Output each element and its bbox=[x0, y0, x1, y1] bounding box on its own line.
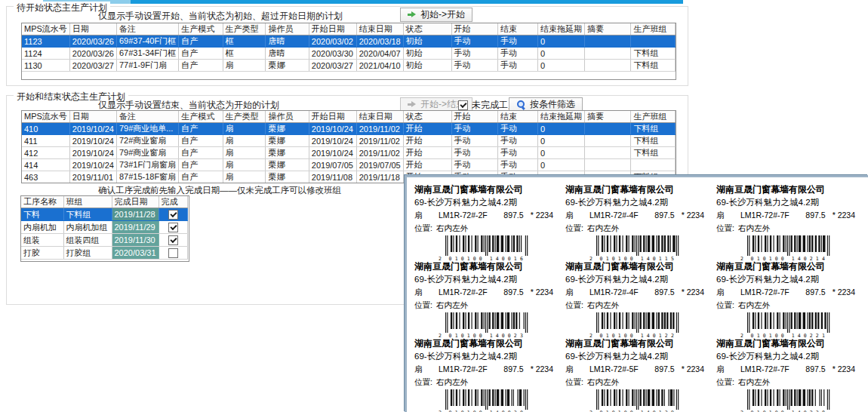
table-row[interactable]: 打胶打胶组2020/03/31 bbox=[21, 247, 187, 260]
column-header[interactable]: 操作员 bbox=[266, 23, 309, 35]
table-row[interactable]: 11302020/03/2777#1-9F门扇自产扇栗娜2020/03/2720… bbox=[22, 60, 676, 72]
table-cell[interactable]: 栗娜 bbox=[266, 123, 309, 135]
table-cell[interactable]: 79#商业地单... bbox=[116, 123, 178, 135]
column-header[interactable]: 结束 bbox=[498, 111, 538, 123]
column-header[interactable]: 结束日期 bbox=[356, 23, 403, 35]
process-completion-table[interactable]: 工序名称班组完成日期完成下料下料组2019/11/28内扇机加内扇机加组2019… bbox=[20, 195, 189, 262]
table-cell[interactable]: 手动 bbox=[498, 147, 538, 159]
table-cell[interactable]: 2019/11/30 bbox=[112, 234, 159, 247]
table-cell[interactable]: 73#1F门扇窗扇 bbox=[116, 159, 178, 171]
table-cell[interactable]: 手动 bbox=[451, 48, 497, 60]
table-cell[interactable]: 463 bbox=[22, 171, 69, 183]
table-cell[interactable]: 2019/11/08 bbox=[69, 183, 116, 184]
active-plans-table[interactable]: MPS流水号日期备注生产模式生产类型操作员开始日期结束日期状态开始结束结束拖延期… bbox=[21, 110, 676, 183]
table-row[interactable]: 4122019/10/2479#商业窗扇自产扇栗娜2019/10/242019/… bbox=[22, 147, 676, 159]
table-cell[interactable]: 2020/04/07 bbox=[356, 48, 403, 60]
table-row[interactable]: 11232020/03/2669#37-40F门框自产框唐晴2020/03/02… bbox=[22, 35, 676, 48]
table-cell[interactable]: 0 bbox=[538, 159, 585, 171]
table-cell[interactable]: 初始 bbox=[403, 35, 451, 48]
table-cell[interactable]: 下料组 bbox=[631, 135, 676, 147]
table-cell[interactable]: 2020/03/02 bbox=[309, 35, 356, 48]
table-cell[interactable]: 2021/04/10 bbox=[356, 60, 403, 72]
table-cell[interactable]: 2019/10/24 bbox=[309, 123, 356, 135]
table-cell[interactable]: 2019/11/08 bbox=[309, 183, 356, 184]
table-cell[interactable]: 2019/07/05 bbox=[356, 159, 403, 171]
column-header[interactable]: 摘要 bbox=[585, 23, 631, 35]
table-cell[interactable]: 414 bbox=[22, 159, 69, 171]
table-cell[interactable]: 0 bbox=[538, 60, 585, 72]
table-cell[interactable]: 组装 bbox=[21, 234, 63, 247]
table-cell[interactable]: 2020/03/26 bbox=[69, 35, 116, 48]
table-cell[interactable]: 2019/11/01 bbox=[69, 171, 116, 183]
table-cell[interactable]: 开始 bbox=[403, 135, 451, 147]
table-cell[interactable]: 自产 bbox=[179, 171, 223, 183]
column-header[interactable]: 生产模式 bbox=[179, 23, 223, 35]
table-cell[interactable]: 1123 bbox=[22, 35, 69, 48]
completion-checkbox[interactable] bbox=[168, 210, 178, 220]
table-cell[interactable]: 扇 bbox=[223, 135, 266, 147]
column-header[interactable]: 开始日期 bbox=[309, 23, 356, 35]
table-cell[interactable]: 栗娜 bbox=[266, 159, 309, 171]
table-cell[interactable] bbox=[585, 147, 631, 159]
table-cell[interactable]: 内扇机加 bbox=[21, 221, 63, 234]
column-header[interactable]: 备注 bbox=[116, 23, 178, 35]
column-header[interactable]: 结束拖延期 bbox=[538, 111, 585, 123]
table-cell[interactable]: 2019/10/24 bbox=[69, 123, 116, 135]
table-cell[interactable]: 手动 bbox=[498, 35, 538, 48]
table-cell[interactable]: 手动 bbox=[451, 147, 497, 159]
table-cell[interactable]: 2019/11/02 bbox=[356, 123, 403, 135]
table-cell[interactable]: 开始 bbox=[403, 159, 451, 171]
completion-checkbox[interactable] bbox=[168, 235, 178, 245]
table-cell[interactable]: 下料 bbox=[21, 208, 63, 221]
column-header[interactable]: 备注 bbox=[116, 111, 178, 123]
table-cell[interactable]: 开始 bbox=[403, 123, 451, 135]
column-header[interactable]: 生产班组 bbox=[631, 23, 676, 35]
table-cell[interactable]: 2019/11/18 bbox=[356, 171, 403, 183]
table-cell[interactable]: 扇 bbox=[223, 123, 266, 135]
table-cell[interactable]: 72#商业窗扇 bbox=[116, 135, 178, 147]
table-cell[interactable]: 2019/10/24 bbox=[309, 147, 356, 159]
table-cell[interactable]: 2020/03/30 bbox=[309, 48, 356, 60]
table-row[interactable]: 4112019/10/2472#商业窗扇自产扇栗娜2019/10/242019/… bbox=[22, 135, 676, 147]
table-cell[interactable]: 手动 bbox=[451, 123, 497, 135]
table-cell[interactable]: 打胶组 bbox=[63, 247, 112, 260]
table-cell[interactable]: 栗娜 bbox=[266, 183, 309, 184]
table-cell[interactable]: 自产 bbox=[179, 35, 223, 48]
table-cell[interactable]: 2019/11/02 bbox=[356, 147, 403, 159]
table-cell[interactable]: 扇 bbox=[223, 171, 266, 183]
table-cell[interactable]: 410 bbox=[22, 123, 69, 135]
table-cell[interactable]: 开始 bbox=[403, 147, 451, 159]
table-row[interactable]: 下料下料组2019/11/28 bbox=[21, 208, 187, 221]
table-cell[interactable]: 手动 bbox=[451, 60, 497, 72]
table-cell[interactable]: 手动 bbox=[498, 135, 538, 147]
table-cell[interactable]: 下料组 bbox=[631, 147, 676, 159]
table-row[interactable]: 组装组装四组2019/11/30 bbox=[21, 234, 187, 247]
table-cell[interactable]: 2019/11/08 bbox=[309, 171, 356, 183]
table-cell[interactable]: 2019/07/05 bbox=[309, 159, 356, 171]
table-cell[interactable]: 下料组 bbox=[631, 48, 676, 60]
table-cell[interactable]: 初始 bbox=[403, 60, 451, 72]
table-cell[interactable]: 组装四组 bbox=[63, 234, 112, 247]
column-header[interactable]: 生产班组 bbox=[631, 111, 676, 123]
table-cell[interactable]: 栗娜 bbox=[266, 171, 309, 183]
column-header[interactable]: 完成 bbox=[159, 196, 187, 208]
column-header[interactable]: 结束拖延期 bbox=[538, 23, 585, 35]
table-cell[interactable]: 自产 bbox=[179, 60, 223, 72]
table-cell[interactable]: 下料组 bbox=[631, 123, 676, 135]
table-cell[interactable]: 手动 bbox=[498, 159, 538, 171]
table-cell[interactable]: 87#15-18F窗扇 bbox=[116, 171, 178, 183]
column-header[interactable]: 状态 bbox=[403, 111, 451, 123]
table-cell[interactable]: 扇 bbox=[223, 147, 266, 159]
table-cell[interactable] bbox=[585, 35, 631, 48]
column-header[interactable]: 开始 bbox=[451, 23, 497, 35]
table-cell[interactable]: 栗娜 bbox=[266, 147, 309, 159]
table-cell[interactable]: 0 bbox=[538, 48, 585, 60]
table-cell[interactable]: 扇 bbox=[223, 183, 266, 184]
table-cell[interactable]: 0 bbox=[538, 135, 585, 147]
column-header[interactable]: 开始日期 bbox=[309, 111, 356, 123]
table-cell[interactable] bbox=[631, 35, 676, 48]
table-cell[interactable] bbox=[631, 159, 676, 171]
table-cell[interactable] bbox=[585, 159, 631, 171]
pending-plans-table[interactable]: MPS流水号日期备注生产模式生产类型操作员开始日期结束日期状态开始结束结束拖延期… bbox=[21, 23, 676, 80]
table-cell[interactable]: 2019/11/28 bbox=[112, 208, 159, 221]
